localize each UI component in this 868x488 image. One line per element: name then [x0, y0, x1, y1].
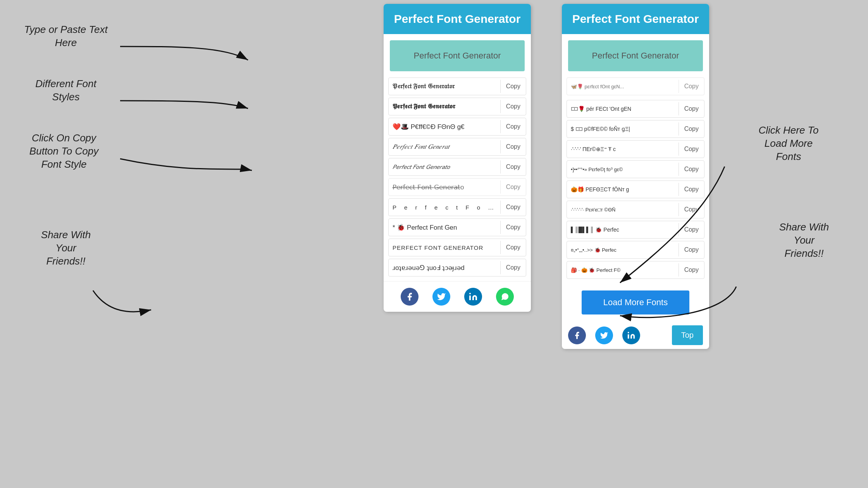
linkedin-icon[interactable]	[464, 288, 482, 306]
panel2-input-text: Perfect Font Generator	[592, 51, 679, 61]
table-row: P e r f e c t F o n t Copy	[388, 198, 526, 216]
label-share: Share WithYourFriends!!	[19, 229, 112, 268]
table-row: PERFECT FONT GENERATOR Copy	[388, 239, 526, 256]
label-share-2: Share WithYourFriends!!	[752, 221, 856, 260]
table-row: 𝔓𝔢𝔯𝔣𝔢𝔠𝔱 𝔉𝔬𝔫𝔱 𝔊𝔢𝔫𝔢𝔯𝔞𝔱𝔬𝔯 Copy	[388, 77, 526, 95]
font-style-p3: $ 🀱 p©fFE©© foÑт ɡΞ|	[567, 123, 679, 135]
copy-button-8[interactable]: Copy	[500, 221, 526, 234]
font-style-6: P̶e̶r̶f̶e̶c̶t̶ ̶F̶o̶n̶t̶ ̶G̶e̶n̶e̶r̶a̶t̶…	[389, 180, 500, 194]
panel1-title: Perfect Font Generator	[390, 12, 525, 26]
font-style-p5: •]••°'°•» Pεrfe©ţ fo⁰ gε©	[567, 163, 679, 175]
table-row: ¤„•°„„•..>> 🐞 Perfec Copy	[567, 241, 704, 259]
table-row: ɹoʇɐɹǝuǝ⅁ ʇuoℲ ʇɔǝɟɹǝd Copy	[388, 259, 526, 277]
panel2-title: Perfect Font Generator	[568, 12, 703, 26]
facebook-icon[interactable]	[401, 288, 418, 306]
panel1-font-list: 𝔓𝔢𝔯𝔣𝔢𝔠𝔱 𝔉𝔬𝔫𝔱 𝔊𝔢𝔫𝔢𝔯𝔞𝔱𝔬𝔯 Copy 𝕻𝖊𝖗𝖋𝖊𝖈𝖙 𝕱𝖔𝖓𝖙…	[384, 77, 531, 281]
font-style-p8: ▌║█▌▌║ 🐞 Perfec	[567, 223, 679, 236]
linkedin-icon-2[interactable]	[622, 326, 640, 344]
font-style-2: 𝕻𝖊𝖗𝖋𝖊𝖈𝖙 𝕱𝖔𝖓𝖙 𝕲𝖊𝖓𝖊𝖗𝖆𝖙𝖔𝖗	[389, 100, 500, 113]
top-button[interactable]: Top	[672, 325, 703, 345]
copy-button-p7[interactable]: Copy	[679, 203, 704, 216]
font-style-4: 𝑃𝑒𝑟𝑓𝑒𝑐𝑡 𝐹𝑜𝑛𝑡 𝐺𝑒𝑛𝑒𝑟𝑎𝑡	[389, 140, 500, 154]
table-row: 𝘗𝘦𝘳𝘧𝘦𝘤𝘵 𝘍𝘰𝘯𝘵 𝘎𝘦𝘯𝘦𝘳𝘢𝘵𝘰 Copy	[388, 158, 526, 176]
panel1-input[interactable]: Perfect Font Generator	[390, 40, 525, 71]
label-click-copy: Click On CopyButton To CopyFont Style	[8, 132, 120, 171]
table-row: 𝕻𝖊𝖗𝖋𝖊𝖈𝖙 𝕱𝖔𝖓𝖙 𝕲𝖊𝖓𝖊𝖗𝖆𝖙𝖔𝖗 Copy	[388, 98, 526, 115]
panel2-input[interactable]: Perfect Font Generator	[568, 40, 703, 71]
font-style-9: PERFECT FONT GENERATOR	[389, 241, 500, 254]
font-style-10: ɹoʇɐɹǝuǝ⅁ ʇuoℲ ʇɔǝɟɹǝd	[389, 261, 500, 275]
copy-button-7[interactable]: Copy	[500, 201, 526, 214]
copy-button-p2[interactable]: Copy	[679, 102, 704, 115]
copy-button-p4[interactable]: Copy	[679, 143, 704, 156]
copy-button-4[interactable]: Copy	[500, 140, 526, 153]
table-row: 𝑃𝑒𝑟𝑓𝑒𝑐𝑡 𝐹𝑜𝑛𝑡 𝐺𝑒𝑛𝑒𝑟𝑎𝑡 Copy	[388, 138, 526, 156]
copy-button-p9[interactable]: Copy	[679, 243, 704, 256]
font-style-8: * 🐞 Perfect Font Gen	[389, 220, 500, 235]
font-style-1: 𝔓𝔢𝔯𝔣𝔢𝔠𝔱 𝔉𝔬𝔫𝔱 𝔊𝔢𝔫𝔢𝔯𝔞𝔱𝔬𝔯	[389, 79, 500, 93]
panel-1: Perfect Font Generator Perfect Font Gene…	[384, 4, 531, 312]
copy-button-10[interactable]: Copy	[500, 261, 526, 274]
label-different-fonts: Different FontStyles	[16, 77, 116, 104]
panel2-header: Perfect Font Generator	[562, 4, 709, 34]
table-row: 🎒 · 🎃 🐞 Perfect F© Copy	[567, 261, 704, 279]
table-row: •]••°'°•» Pεrfe©ţ fo⁰ gε© Copy	[567, 160, 704, 178]
twitter-icon[interactable]	[432, 288, 450, 306]
table-row: * 🐞 Perfect Font Gen Copy	[388, 218, 526, 236]
font-style-5: 𝘗𝘦𝘳𝘧𝘦𝘤𝘵 𝘍𝘰𝘯𝘵 𝘎𝘦𝘯𝘦𝘳𝘢𝘵𝘰	[389, 160, 500, 174]
svg-point-0	[469, 293, 471, 294]
svg-point-1	[628, 332, 629, 333]
panel2-bottom-bar: Top	[562, 321, 709, 349]
whatsapp-icon[interactable]	[496, 288, 514, 306]
table-row: ❤️🎩 P€ff€©Ð FΘnΘ g€ Copy	[388, 118, 526, 136]
panel1-input-text: Perfect Font Generator	[414, 51, 501, 61]
font-style-p4: ·'·'·'·' ΠEr©⊕Ξ⁼ Ŧ c	[567, 143, 679, 155]
copy-button-3[interactable]: Copy	[500, 120, 526, 133]
copy-button-p8[interactable]: Copy	[679, 223, 704, 236]
table-row: ▌║█▌▌║ 🐞 Perfec Copy	[567, 221, 704, 239]
panel1-social-bar	[384, 281, 531, 312]
twitter-icon-2[interactable]	[595, 326, 613, 344]
copy-button-p1[interactable]: Copy	[679, 80, 704, 93]
label-click-load-more: Click Here ToLoad MoreFonts	[732, 124, 845, 163]
table-row: P̶e̶r̶f̶e̶c̶t̶ ̶F̶o̶n̶t̶ ̶G̶e̶n̶e̶r̶a̶t̶…	[388, 178, 526, 196]
font-style-p2: 🀱🌹 pér FECt 'Ont gEN	[567, 103, 679, 115]
panel1-header: Perfect Font Generator	[384, 4, 531, 34]
font-style-p9: ¤„•°„„•..>> 🐞 Perfec	[567, 244, 679, 256]
facebook-icon-2[interactable]	[568, 326, 586, 344]
font-style-p7: ·'·'·'·'·'· Pεя'e□т ©ΘÑ	[567, 204, 679, 216]
table-row: 🎃🎁 PEFΘΞCT fÔNт g Copy	[567, 180, 704, 198]
table-row: 🀱🌹 pér FECt 'Ont gEN Copy	[567, 100, 704, 118]
load-more-button[interactable]: Load More Fonts	[582, 290, 689, 314]
copy-button-2[interactable]: Copy	[500, 100, 526, 113]
table-row: $ 🀱 p©fFE©© foÑт ɡΞ| Copy	[567, 120, 704, 138]
copy-button-p5[interactable]: Copy	[679, 163, 704, 176]
copy-button-5[interactable]: Copy	[500, 160, 526, 174]
font-style-3: ❤️🎩 P€ff€©Ð FΘnΘ g€	[389, 120, 500, 134]
font-style-p10: 🎒 · 🎃 🐞 Perfect F©	[567, 264, 679, 276]
table-row: 🦋🌹 pεrfεct fOnt gεN... Copy	[567, 77, 704, 95]
font-style-7: P e r f e c t F o n t	[389, 201, 500, 214]
table-row: ·'·'·'·' ΠEr©⊕Ξ⁼ Ŧ c Copy	[567, 140, 704, 158]
table-row: ·'·'·'·'·'· Pεя'e□т ©ΘÑ Copy	[567, 201, 704, 218]
font-style-p1: 🦋🌹 pεrfεct fOnt gεN...	[567, 81, 679, 93]
font-style-p6: 🎃🎁 PEFΘΞCT fÔNт g	[567, 183, 679, 196]
panel-2: Perfect Font Generator Perfect Font Gene…	[562, 4, 709, 349]
copy-button-p10[interactable]: Copy	[679, 263, 704, 277]
copy-button-1[interactable]: Copy	[500, 80, 526, 93]
copy-button-6[interactable]: Copy	[500, 180, 526, 194]
copy-button-9[interactable]: Copy	[500, 241, 526, 254]
label-type-paste: Type or Paste TextHere	[16, 23, 116, 50]
copy-button-p6[interactable]: Copy	[679, 183, 704, 196]
panel2-font-list: 🀱🌹 pér FECt 'Ont gEN Copy $ 🀱 p©fFE©© fo…	[562, 97, 709, 284]
copy-button-p3[interactable]: Copy	[679, 122, 704, 136]
